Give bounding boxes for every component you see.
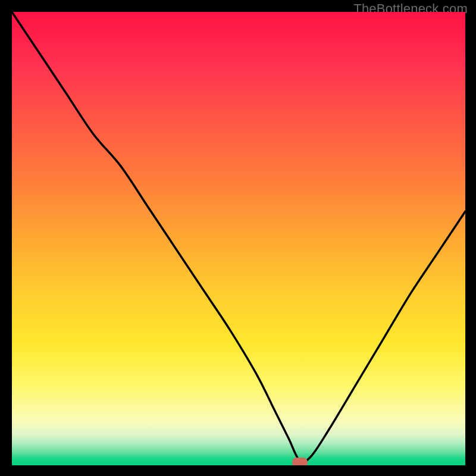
- chart-stage: TheBottleneck.com: [0, 0, 476, 476]
- plot-area: [12, 12, 465, 465]
- minimum-marker: [292, 458, 308, 465]
- bottleneck-curve: [12, 12, 465, 465]
